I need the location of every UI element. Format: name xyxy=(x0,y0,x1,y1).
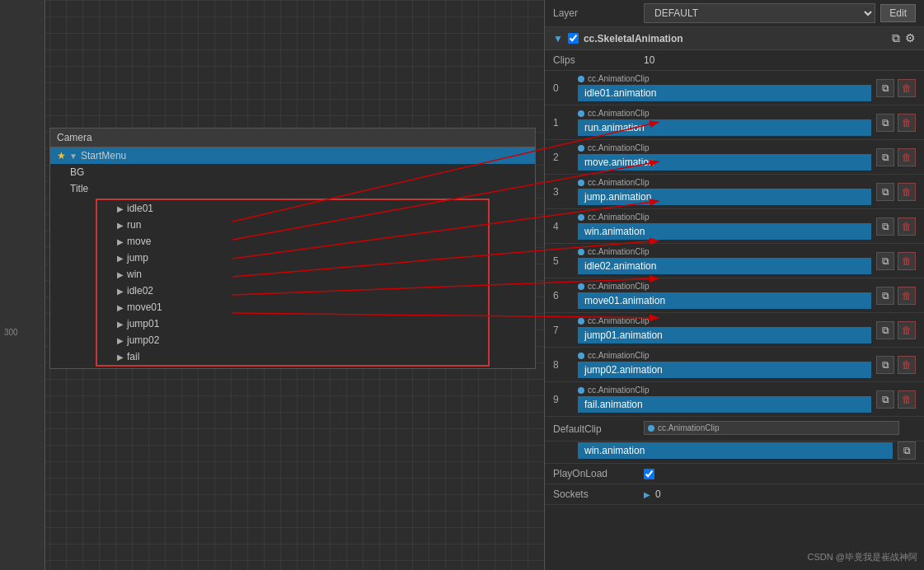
clip-pick-btn-2[interactable]: ⧉ xyxy=(876,148,894,166)
clip-pick-btn-4[interactable]: ⧉ xyxy=(876,217,894,236)
anim-fail[interactable]: ▶ fail xyxy=(97,348,488,365)
play-on-load-checkbox[interactable] xyxy=(644,469,654,479)
anim-win[interactable]: ▶ win xyxy=(97,266,488,283)
clip-delete-btn-9[interactable]: 🗑 xyxy=(898,390,916,409)
clip-value-bar-0[interactable]: idle01.animation xyxy=(578,85,871,101)
clip-entry-6: 6 cc.AnimationClip move01.animation ⧉ 🗑 xyxy=(545,278,924,313)
run-label: run xyxy=(127,219,141,231)
clip-value-bar-8[interactable]: jump02.animation xyxy=(578,362,871,378)
clip-type-label-8: cc.AnimationClip xyxy=(578,351,871,360)
clip-entry-7: 7 cc.AnimationClip jump01.animation ⧉ 🗑 xyxy=(545,313,924,348)
clip-index-5: 5 xyxy=(553,255,578,267)
section-collapse-arrow[interactable]: ▼ xyxy=(553,33,563,44)
clip-delete-btn-8[interactable]: 🗑 xyxy=(898,356,916,374)
clip-delete-btn-5[interactable]: 🗑 xyxy=(898,252,916,270)
anim-idle02[interactable]: ▶ idle02 xyxy=(97,283,488,299)
clip-type-label-3: cc.AnimationClip xyxy=(578,178,871,187)
win-label: win xyxy=(127,269,142,280)
anim-jump01[interactable]: ▶ jump01 xyxy=(97,315,488,332)
clip-delete-btn-7[interactable]: 🗑 xyxy=(898,321,916,339)
sockets-arrow[interactable]: ▶ xyxy=(644,490,650,499)
default-clip-pick-btn[interactable]: ⧉ xyxy=(898,442,916,460)
clip-delete-btn-6[interactable]: 🗑 xyxy=(898,287,916,305)
expand-arrow: ▼ xyxy=(69,152,77,161)
clip-type-dot-1 xyxy=(578,110,584,117)
clip-actions-6: ⧉ 🗑 xyxy=(876,287,916,305)
anim-run[interactable]: ▶ run xyxy=(97,217,488,233)
anim-move01[interactable]: ▶ move01 xyxy=(97,299,488,315)
clip-pick-btn-6[interactable]: ⧉ xyxy=(876,287,894,305)
clip-type-label-5: cc.AnimationClip xyxy=(578,247,871,256)
clip-entry-3: 3 cc.AnimationClip jump.animation ⧉ 🗑 xyxy=(545,175,924,209)
clip-pick-btn-5[interactable]: ⧉ xyxy=(876,252,894,270)
clip-value-bar-9[interactable]: fail.animation xyxy=(578,396,871,413)
clip-index-1: 1 xyxy=(553,117,578,128)
move01-arrow: ▶ xyxy=(117,303,124,312)
sockets-label: Sockets xyxy=(553,488,644,500)
clip-pick-btn-9[interactable]: ⧉ xyxy=(876,390,894,409)
jump-arrow: ▶ xyxy=(117,254,124,263)
bg-item[interactable]: BG xyxy=(50,164,535,180)
copy-icon[interactable]: ⧉ xyxy=(892,31,900,45)
sockets-value: 0 xyxy=(655,488,661,500)
anim-idle01[interactable]: ▶ idle01 xyxy=(97,200,488,217)
clip-value-7: jump01.animation xyxy=(584,329,663,341)
start-menu-label: StartMenu xyxy=(81,150,126,161)
section-checkbox[interactable] xyxy=(568,33,579,44)
skeletal-animation-section: ▼ cc.SkeletalAnimation ⧉ ⚙ xyxy=(545,27,924,50)
clip-pick-btn-8[interactable]: ⧉ xyxy=(876,356,894,374)
clip-index-9: 9 xyxy=(553,394,578,405)
clip-value-0: idle01.animation xyxy=(584,87,656,99)
gear-icon[interactable]: ⚙ xyxy=(905,31,916,45)
title-item[interactable]: Title xyxy=(50,180,535,197)
jump02-arrow: ▶ xyxy=(117,336,124,345)
clip-actions-0: ⧉ 🗑 xyxy=(876,79,916,97)
clip-entry-4: 4 cc.AnimationClip win.animation ⧉ 🗑 xyxy=(545,209,924,244)
camera-label: Camera xyxy=(57,132,92,143)
clip-value-bar-7[interactable]: jump01.animation xyxy=(578,327,871,343)
clip-type-label-0: cc.AnimationClip xyxy=(578,74,871,83)
clip-type-label-2: cc.AnimationClip xyxy=(578,143,871,152)
clip-value-bar-6[interactable]: move01.animation xyxy=(578,292,871,309)
clip-value-3: jump.animation xyxy=(584,191,651,203)
default-clip-value-bar[interactable]: win.animation xyxy=(578,442,893,459)
clip-index-7: 7 xyxy=(553,325,578,336)
fail-label: fail xyxy=(127,351,139,362)
clip-index-6: 6 xyxy=(553,290,578,301)
edit-button[interactable]: Edit xyxy=(880,4,916,22)
anim-jump[interactable]: ▶ jump xyxy=(97,250,488,266)
clip-value-bar-2[interactable]: move.animation xyxy=(578,154,871,171)
anim-move[interactable]: ▶ move xyxy=(97,233,488,250)
bg-label: BG xyxy=(70,166,84,178)
clip-value-bar-3[interactable]: jump.animation xyxy=(578,189,871,205)
layer-dropdown[interactable]: DEFAULT xyxy=(644,3,875,23)
move-label: move xyxy=(127,236,151,247)
clip-pick-btn-3[interactable]: ⧉ xyxy=(876,183,894,201)
clips-count: 10 xyxy=(644,54,654,66)
anim-jump02[interactable]: ▶ jump02 xyxy=(97,332,488,348)
clips-label: Clips xyxy=(553,54,644,66)
clip-value-bar-1[interactable]: run.animation xyxy=(578,119,871,136)
clip-value-bar-4[interactable]: win.animation xyxy=(578,223,871,240)
clip-index-2: 2 xyxy=(553,152,578,163)
clip-pick-btn-0[interactable]: ⧉ xyxy=(876,79,894,97)
idle01-label: idle01 xyxy=(127,203,153,214)
clip-delete-btn-0[interactable]: 🗑 xyxy=(898,79,916,97)
clip-pick-btn-1[interactable]: ⧉ xyxy=(876,114,894,132)
default-clip-actions: ⧉ xyxy=(898,442,916,460)
start-menu-item[interactable]: ★ ▼ StartMenu xyxy=(50,147,535,164)
hierarchy-header: Camera xyxy=(50,128,535,147)
clip-entry-0: 0 cc.AnimationClip idle01.animation ⧉ 🗑 xyxy=(545,71,924,105)
layer-label: Layer xyxy=(553,7,644,19)
clip-delete-btn-3[interactable]: 🗑 xyxy=(898,183,916,201)
clip-content-1: cc.AnimationClip run.animation xyxy=(578,109,871,136)
clip-type-text-5: cc.AnimationClip xyxy=(588,247,649,256)
clip-delete-btn-2[interactable]: 🗑 xyxy=(898,148,916,166)
clip-value-bar-5[interactable]: idle02.animation xyxy=(578,258,871,274)
win-arrow: ▶ xyxy=(117,270,124,279)
default-clip-value: win.animation xyxy=(584,445,645,456)
clip-delete-btn-4[interactable]: 🗑 xyxy=(898,217,916,236)
clip-pick-btn-7[interactable]: ⧉ xyxy=(876,321,894,339)
clip-delete-btn-1[interactable]: 🗑 xyxy=(898,114,916,132)
clip-content-3: cc.AnimationClip jump.animation xyxy=(578,178,871,205)
